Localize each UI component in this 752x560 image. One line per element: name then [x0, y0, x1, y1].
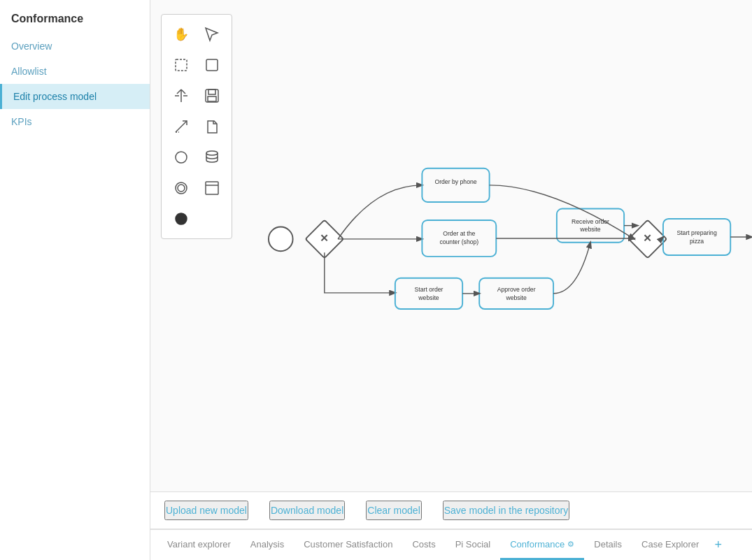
- svg-point-19: [269, 227, 293, 252]
- svg-point-18: [176, 213, 187, 224]
- svg-line-3: [177, 89, 181, 94]
- svg-text:website: website: [418, 294, 439, 301]
- sidebar-title: Conformance: [0, 7, 150, 34]
- svg-text:pizza: pizza: [690, 238, 704, 245]
- svg-rect-0: [176, 59, 187, 71]
- sidebar-item-edit-process-model[interactable]: Edit process model: [0, 84, 150, 109]
- svg-text:✕: ✕: [643, 232, 652, 244]
- svg-rect-16: [206, 182, 218, 194]
- tab-label: Case Explorer: [641, 539, 699, 550]
- svg-text:Order by phone: Order by phone: [434, 178, 476, 185]
- sidebar-item-overview[interactable]: Overview: [0, 34, 150, 59]
- circle-bold-tool[interactable]: [167, 174, 195, 202]
- svg-point-15: [178, 185, 185, 192]
- end-event-tool[interactable]: [167, 205, 195, 233]
- tab-label: Customer Satisfaction: [304, 539, 392, 550]
- clear-model-button[interactable]: Clear model: [366, 501, 421, 520]
- tab-label: Pi Social: [455, 539, 491, 550]
- sidebar: Conformance Overview Allowlist Edit proc…: [0, 0, 150, 560]
- tab-label: Analysis: [250, 539, 284, 550]
- save-model-button[interactable]: Save model in the repository: [443, 501, 569, 520]
- circle-tool[interactable]: [167, 143, 195, 171]
- svg-line-4: [181, 89, 185, 94]
- svg-text:Start order: Start order: [415, 286, 444, 293]
- svg-text:Start preparing: Start preparing: [676, 229, 716, 236]
- svg-text:website: website: [505, 294, 527, 301]
- pan-tool[interactable]: ✋: [167, 20, 195, 48]
- db-tool[interactable]: [198, 143, 226, 171]
- download-model-button[interactable]: Download model: [269, 501, 345, 520]
- conformance-gear-icon: ⚙: [567, 540, 574, 549]
- upload-new-model-button[interactable]: Upload new model: [164, 501, 248, 520]
- tab-pi-social[interactable]: Pi Social: [446, 530, 501, 560]
- tab-customer-satisfaction[interactable]: Customer Satisfaction: [294, 530, 402, 560]
- svg-rect-9: [208, 96, 216, 101]
- svg-rect-8: [208, 89, 215, 94]
- bpmn-diagram: ✕ Order by phone Order at the counter (s…: [213, 0, 752, 491]
- svg-text:counter (shop): counter (shop): [439, 238, 478, 245]
- svg-text:website: website: [579, 226, 601, 233]
- tab-variant-explorer[interactable]: Variant explorer: [157, 530, 241, 560]
- connect-tool[interactable]: [167, 113, 195, 141]
- svg-text:Order at the: Order at the: [443, 230, 475, 237]
- tab-costs[interactable]: Costs: [402, 530, 445, 560]
- diagram-container[interactable]: ✕ Order by phone Order at the counter (s…: [213, 0, 752, 491]
- sidebar-item-kpis[interactable]: KPIs: [0, 109, 150, 134]
- svg-text:✕: ✕: [320, 232, 329, 244]
- svg-point-12: [176, 152, 187, 163]
- add-tab-button[interactable]: +: [709, 538, 728, 552]
- svg-line-10: [176, 121, 187, 132]
- svg-text:Approve order: Approve order: [497, 286, 536, 293]
- tab-analysis[interactable]: Analysis: [241, 530, 294, 560]
- bottom-toolbar: Upload new model Download model Clear mo…: [150, 491, 752, 529]
- split-tool[interactable]: [167, 82, 195, 110]
- lasso-tool[interactable]: [167, 51, 195, 79]
- tab-label: Conformance: [510, 539, 565, 550]
- select-tool[interactable]: [198, 20, 226, 48]
- tab-conformance[interactable]: Conformance ⚙: [500, 530, 584, 560]
- svg-rect-1: [206, 59, 218, 71]
- tab-details[interactable]: Details: [584, 530, 632, 560]
- save-tool[interactable]: [198, 82, 226, 110]
- sidebar-item-allowlist[interactable]: Allowlist: [0, 59, 150, 84]
- tab-label: Costs: [412, 539, 435, 550]
- tab-label: Variant explorer: [167, 539, 231, 550]
- toolbox: ✋: [161, 14, 232, 239]
- frame-tool[interactable]: [198, 174, 226, 202]
- svg-point-13: [206, 151, 218, 155]
- blank-doc-tool[interactable]: [198, 113, 226, 141]
- main-area: ✋: [150, 0, 752, 560]
- tab-label: Details: [594, 539, 622, 550]
- tab-case-explorer[interactable]: Case Explorer: [632, 530, 709, 560]
- shape-tool[interactable]: [198, 51, 226, 79]
- tab-bar: Variant explorer Analysis Customer Satis…: [150, 529, 752, 560]
- canvas-area: ✋: [150, 0, 752, 491]
- svg-text:Receive order: Receive order: [572, 218, 609, 225]
